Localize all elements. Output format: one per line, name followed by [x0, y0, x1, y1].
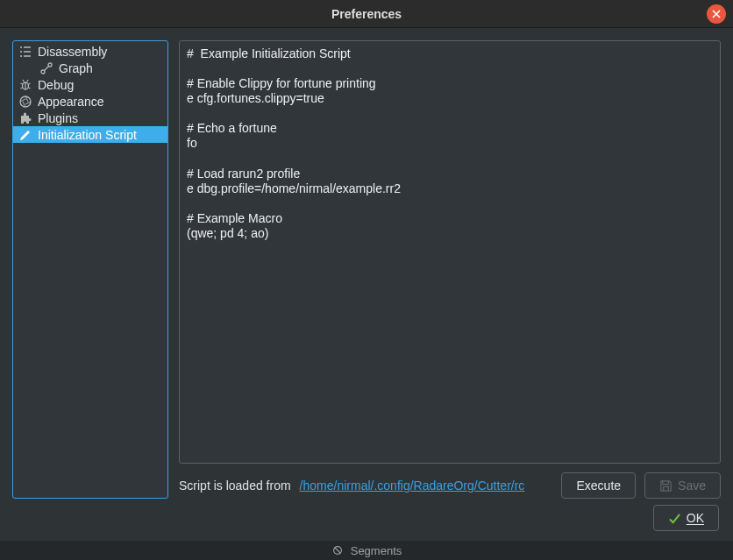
titlebar: Preferences: [0, 0, 733, 28]
sidebar-item-label: Appearance: [38, 95, 104, 109]
ok-button[interactable]: OK: [653, 505, 719, 531]
save-icon: [659, 479, 673, 493]
preferences-sidebar: Disassembly Graph Debug Appearance Plugi…: [12, 40, 168, 499]
close-icon: [712, 10, 721, 18]
aperture-icon: [18, 95, 32, 109]
save-button[interactable]: Save: [644, 472, 721, 499]
svg-point-0: [41, 70, 45, 74]
pencil-icon: [18, 128, 32, 142]
list-icon: [18, 45, 32, 59]
window-title: Preferences: [331, 7, 402, 21]
ok-button-label: OK: [687, 511, 704, 525]
sidebar-item-disassembly[interactable]: Disassembly: [13, 43, 167, 60]
script-path-link[interactable]: /home/nirmal/.config/RadareOrg/Cutter/rc: [300, 478, 525, 493]
statusbar-icon: [331, 544, 344, 556]
close-button[interactable]: [707, 4, 726, 24]
sidebar-item-label: Initialization Script: [38, 128, 137, 142]
sidebar-item-initialization-script[interactable]: Initialization Script: [13, 126, 167, 143]
bug-icon: [18, 78, 32, 92]
statusbar: Segments: [0, 541, 733, 560]
sidebar-item-plugins[interactable]: Plugins: [13, 110, 167, 126]
execute-button[interactable]: Execute: [561, 472, 636, 499]
sidebar-item-appearance[interactable]: Appearance: [13, 93, 167, 110]
sidebar-item-debug[interactable]: Debug: [13, 76, 167, 93]
script-editor[interactable]: # Example Initialization Script # Enable…: [179, 40, 721, 464]
svg-point-3: [20, 96, 31, 107]
statusbar-text: Segments: [351, 544, 402, 557]
script-info-row: Script is loaded from /home/nirmal/.conf…: [179, 472, 721, 499]
execute-button-label: Execute: [576, 478, 621, 493]
content-area: Disassembly Graph Debug Appearance Plugi…: [0, 28, 733, 502]
sidebar-item-label: Debug: [38, 78, 74, 92]
dialog-footer: OK: [0, 502, 733, 541]
sidebar-item-label: Disassembly: [38, 45, 107, 59]
graph-icon: [39, 61, 53, 75]
sidebar-item-label: Plugins: [38, 111, 78, 125]
svg-point-1: [48, 63, 52, 67]
sidebar-item-graph[interactable]: Graph: [13, 60, 167, 76]
main-panel: # Example Initialization Script # Enable…: [179, 40, 721, 499]
sidebar-item-label: Graph: [59, 61, 93, 75]
script-loaded-label: Script is loaded from: [179, 478, 291, 493]
check-icon: [668, 512, 681, 525]
save-button-label: Save: [678, 478, 706, 493]
puzzle-icon: [18, 111, 32, 125]
